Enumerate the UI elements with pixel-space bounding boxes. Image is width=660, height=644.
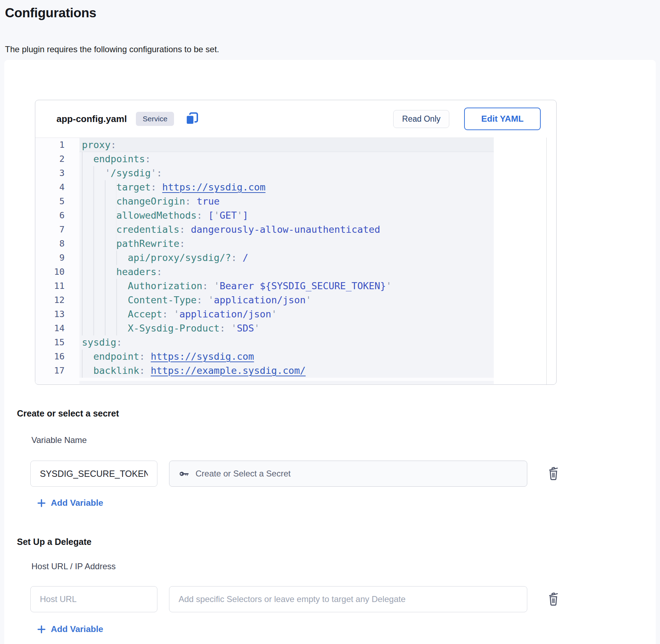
line-number: 12 [35,293,79,307]
code-line: 17backlink: https://example.sysdig.com/ [35,364,494,378]
code-line: 9api/proxy/sysdig/?: / [35,251,494,265]
line-number: 15 [35,335,79,350]
line-number: 11 [35,279,79,293]
code-editor[interactable]: 1proxy:2endpoints:3'/sysdig':4target: ht… [35,138,494,384]
code-line: 7credentials: dangerously-allow-unauthen… [35,223,494,237]
variable-name-label: Variable Name [31,435,87,445]
code-line: 6allowedMethods: ['GET'] [35,208,494,223]
code-line: 15sysdig: [35,335,494,350]
config-card: app-config.yaml Service Read Only Edit Y… [35,100,557,385]
delegate-selectors-input[interactable] [169,586,527,612]
code-line: 11Authorization: 'Bearer ${SYSDIG_SECURE… [35,279,494,293]
config-card-header: app-config.yaml Service Read Only Edit Y… [35,100,556,138]
code-line: 3'/sysdig': [35,166,494,180]
line-number: 7 [35,223,79,237]
add-variable-label: Add Variable [51,624,103,634]
line-number: 16 [35,350,79,364]
add-variable-button-secret[interactable]: Add Variable [37,498,103,508]
host-url-input[interactable] [30,586,157,612]
plus-icon [37,498,46,508]
code-line: 4target: https://sysdig.com [35,180,494,194]
line-number: 9 [35,251,79,265]
page-subtitle: The plugin requires the following config… [5,44,219,54]
copy-icon [185,111,199,127]
line-number: 4 [35,180,79,194]
host-url-label: Host URL / IP Address [31,561,116,571]
add-variable-label: Add Variable [51,498,103,508]
plus-icon [37,625,46,634]
code-filler [35,381,494,384]
line-number: 14 [35,321,79,335]
trash-icon [546,464,560,482]
line-number: 5 [35,194,79,208]
line-number: 10 [35,265,79,279]
trash-icon [546,590,560,608]
line-number: 8 [35,237,79,251]
code-line: 8pathRewrite: [35,237,494,251]
service-badge: Service [136,112,174,126]
line-number: 6 [35,208,79,223]
code-line: 10headers: [35,265,494,279]
code-line: 2endpoints: [35,152,494,166]
delete-delegate-button[interactable] [546,590,561,608]
delete-variable-button[interactable] [546,464,561,482]
line-number: 1 [35,138,79,152]
copy-button[interactable] [185,111,199,127]
edit-yaml-button[interactable]: Edit YAML [464,108,541,130]
add-variable-button-delegate[interactable]: Add Variable [37,624,103,634]
line-number: 17 [35,364,79,378]
secret-section-heading: Create or select a secret [17,408,119,419]
line-number: 3 [35,166,79,180]
code-line: 5changeOrigin: true [35,194,494,208]
delegate-section-heading: Set Up a Delegate [17,537,91,547]
read-only-button[interactable]: Read Only [393,110,449,128]
secret-select-placeholder: Create or Select a Secret [196,469,290,479]
configurations-page: Configurations The plugin requires the f… [0,0,660,644]
code-line: 14X-Sysdig-Product: 'SDS' [35,321,494,335]
line-number: 13 [35,307,79,321]
key-icon [179,468,190,479]
page-title: Configurations [5,6,96,20]
code-line: 13Accept: 'application/json' [35,307,494,321]
secret-select-field[interactable]: Create or Select a Secret [169,461,527,487]
variable-name-input[interactable] [30,461,157,487]
code-line: 1proxy: [35,138,494,152]
editor-scrollbar[interactable] [546,138,547,384]
code-line: 16endpoint: https://sysdig.com [35,350,494,364]
code-lines: 1proxy:2endpoints:3'/sysdig':4target: ht… [35,138,494,381]
file-name: app-config.yaml [56,114,127,124]
line-number: 2 [35,152,79,166]
code-line: 12Content-Type: 'application/json' [35,293,494,307]
